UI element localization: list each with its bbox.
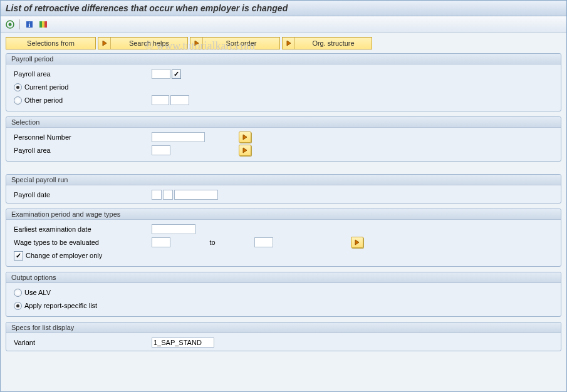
wage-types-multi-icon[interactable] bbox=[351, 237, 363, 248]
group-special-payroll: Special payroll run Payroll date bbox=[6, 174, 561, 204]
button-row: Selections from Search helps Sort order … bbox=[6, 37, 561, 49]
personnel-number-input[interactable] bbox=[152, 132, 205, 142]
radio-icon bbox=[14, 302, 22, 310]
abc-icon[interactable] bbox=[38, 19, 49, 30]
execute-icon[interactable] bbox=[4, 19, 16, 30]
radio-label: Apply report-specific list bbox=[24, 302, 97, 309]
radio-icon bbox=[14, 96, 22, 105]
group-title: Output options bbox=[6, 272, 561, 283]
payroll-date-label: Payroll date bbox=[14, 191, 152, 199]
title-bar: List of retroactive differences that occ… bbox=[1, 1, 566, 16]
info-icon[interactable]: i bbox=[24, 19, 35, 30]
arrow-right-icon bbox=[98, 38, 111, 49]
payroll-date-input-2[interactable] bbox=[163, 190, 173, 200]
payroll-area-label: Payroll area bbox=[14, 70, 152, 78]
change-employer-label: Change of employer only bbox=[26, 252, 102, 259]
search-helps-button[interactable]: Search helps bbox=[98, 37, 188, 49]
current-period-radio[interactable]: Current period bbox=[14, 83, 68, 91]
group-payroll-period: Payroll period Payroll area ✓ Current pe… bbox=[6, 53, 561, 111]
group-output-options: Output options Use ALV Apply report-spec… bbox=[6, 272, 561, 317]
payroll-area-input[interactable] bbox=[152, 69, 170, 79]
svg-rect-4 bbox=[39, 21, 42, 28]
other-period-input-1[interactable] bbox=[152, 95, 169, 105]
use-alv-radio[interactable]: Use ALV bbox=[14, 289, 51, 297]
wage-types-from-input[interactable] bbox=[152, 237, 170, 247]
payroll-date-input-3[interactable] bbox=[174, 190, 218, 200]
group-title: Examination period and wage types bbox=[6, 209, 561, 220]
wage-types-to-input[interactable] bbox=[254, 237, 273, 247]
selections-from-button[interactable]: Selections from bbox=[6, 37, 96, 49]
earliest-date-input[interactable] bbox=[152, 224, 195, 234]
svg-rect-5 bbox=[42, 21, 44, 28]
group-title: Selection bbox=[6, 117, 561, 128]
button-label: Selections from bbox=[11, 39, 90, 47]
group-title: Special payroll run bbox=[6, 175, 561, 185]
sel-payroll-area-multi-icon[interactable] bbox=[239, 145, 251, 156]
group-title: Payroll period bbox=[6, 54, 561, 64]
radio-label: Other period bbox=[24, 96, 63, 104]
variant-label: Variant bbox=[14, 339, 152, 346]
group-specs: Specs for list display Variant bbox=[6, 322, 561, 351]
to-label: to bbox=[172, 239, 253, 246]
button-label: Org. structure bbox=[295, 39, 372, 47]
variant-input[interactable] bbox=[152, 338, 214, 348]
button-label: Sort order bbox=[203, 39, 279, 47]
button-label: Search helps bbox=[111, 39, 187, 47]
org-structure-button[interactable]: Org. structure bbox=[282, 37, 372, 49]
personnel-number-multi-icon[interactable] bbox=[239, 132, 251, 143]
earliest-label: Earliest examination date bbox=[14, 225, 152, 233]
payroll-date-input-1[interactable] bbox=[152, 190, 162, 200]
radio-label: Current period bbox=[24, 83, 68, 91]
payroll-area-search-help[interactable]: ✓ bbox=[172, 70, 181, 79]
svg-point-1 bbox=[9, 23, 12, 26]
personnel-number-label: Personnel Number bbox=[14, 133, 152, 141]
arrow-right-icon bbox=[283, 38, 295, 49]
change-employer-checkbox[interactable]: ✓ bbox=[14, 251, 23, 260]
arrow-right-icon bbox=[190, 38, 203, 49]
apply-report-radio[interactable]: Apply report-specific list bbox=[14, 302, 97, 310]
page-title: List of retroactive differences that occ… bbox=[6, 3, 561, 13]
sel-payroll-area-input[interactable] bbox=[152, 145, 170, 155]
sort-order-button[interactable]: Sort order bbox=[190, 37, 280, 49]
content-area: © www.tutorialkart.com Selections from S… bbox=[1, 33, 566, 392]
toolbar: i bbox=[1, 16, 566, 33]
svg-text:i: i bbox=[29, 21, 31, 28]
radio-icon bbox=[14, 289, 22, 297]
toolbar-divider bbox=[19, 19, 20, 29]
wage-types-label: Wage types to be evaluated bbox=[14, 239, 152, 246]
group-title: Specs for list display bbox=[6, 322, 561, 333]
radio-icon bbox=[14, 83, 22, 91]
sel-payroll-area-label: Payroll area bbox=[14, 147, 152, 154]
group-selection: Selection Personnel Number Payroll area bbox=[6, 116, 561, 162]
svg-rect-6 bbox=[44, 21, 47, 28]
other-period-input-2[interactable] bbox=[170, 95, 189, 105]
group-examination: Examination period and wage types Earlie… bbox=[6, 209, 561, 267]
other-period-radio[interactable]: Other period bbox=[14, 96, 152, 105]
radio-label: Use ALV bbox=[24, 289, 51, 296]
